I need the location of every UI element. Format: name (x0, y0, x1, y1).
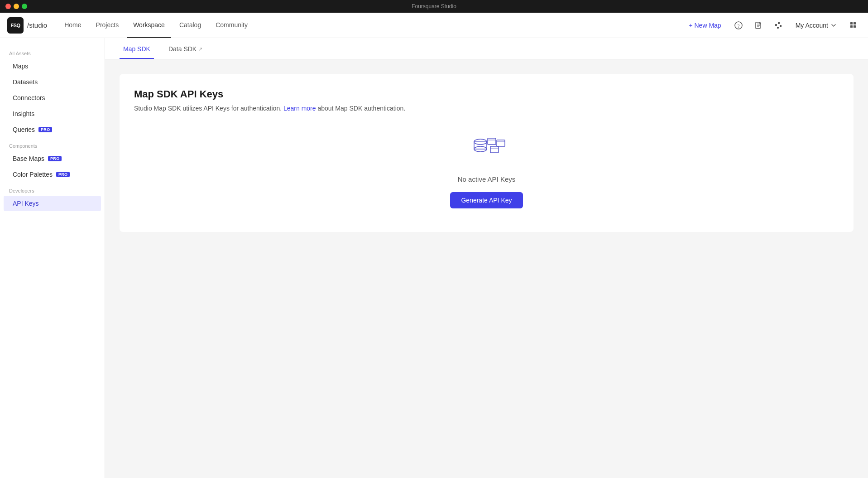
file-icon[interactable] (751, 18, 766, 33)
titlebar: Foursquare Studio (0, 0, 868, 13)
api-empty-text: No active API Keys (458, 175, 516, 183)
svg-rect-10 (777, 28, 778, 29)
nav-right: + New Map ? (684, 18, 861, 33)
minimize-button[interactable] (14, 4, 19, 9)
main-layout: All Assets Maps Datasets Connectors Insi… (0, 38, 868, 478)
traffic-lights (5, 4, 27, 9)
sidebar-item-maps[interactable]: Maps (4, 58, 101, 74)
api-empty-illustration (464, 130, 509, 166)
api-card-title: Map SDK API Keys (134, 88, 839, 100)
help-icon[interactable]: ? (731, 18, 746, 33)
svg-rect-8 (779, 22, 780, 23)
sidebar-section-all-assets: All Assets (0, 45, 105, 58)
tab-map-sdk[interactable]: Map SDK (120, 38, 154, 59)
sidebar-item-queries[interactable]: Queries PRO (4, 122, 101, 137)
sidebar-item-insights[interactable]: Insights (4, 106, 101, 121)
my-account-button[interactable]: My Account (791, 19, 841, 32)
svg-rect-13 (850, 25, 853, 28)
sidebar-item-color-palettes[interactable]: Color Palettes PRO (4, 167, 101, 182)
color-palettes-pro-badge: PRO (56, 172, 70, 177)
apps-grid-icon (849, 21, 858, 29)
topnav: FSQ /studio Home Projects Workspace Cata… (0, 13, 868, 38)
nav-home[interactable]: Home (58, 13, 87, 38)
api-card-description: Studio Map SDK utilizes API Keys for aut… (134, 105, 839, 112)
tabs-bar: Map SDK Data SDK ↗ (105, 38, 868, 59)
sidebar-item-connectors[interactable]: Connectors (4, 90, 101, 106)
api-card: Map SDK API Keys Studio Map SDK utilizes… (120, 74, 854, 232)
sidebar-item-base-maps[interactable]: Base Maps PRO (4, 151, 101, 166)
svg-rect-20 (490, 146, 499, 153)
logo-area: FSQ /studio (7, 17, 47, 34)
generate-api-key-button[interactable]: Generate API Key (450, 192, 523, 208)
nav-catalog[interactable]: Catalog (173, 13, 207, 38)
nav-links: Home Projects Workspace Catalog Communit… (58, 13, 684, 38)
maximize-button[interactable] (22, 4, 27, 9)
external-link-icon: ↗ (198, 46, 202, 52)
api-content: Map SDK API Keys Studio Map SDK utilizes… (105, 59, 868, 246)
nav-workspace[interactable]: Workspace (127, 13, 171, 38)
sidebar-section-developers: Developers (0, 183, 105, 195)
slack-icon[interactable] (771, 18, 786, 33)
svg-rect-7 (775, 25, 776, 26)
svg-rect-18 (488, 138, 496, 145)
svg-rect-22 (497, 140, 505, 146)
logo-box[interactable]: FSQ (7, 17, 24, 34)
nav-community[interactable]: Community (209, 13, 254, 38)
svg-rect-9 (781, 26, 782, 27)
sidebar-item-api-keys[interactable]: API Keys (4, 196, 101, 211)
grid-icon[interactable] (846, 18, 861, 33)
base-maps-pro-badge: PRO (48, 156, 62, 161)
sidebar-item-datasets[interactable]: Datasets (4, 74, 101, 90)
api-empty-state: No active API Keys Generate API Key (134, 112, 839, 217)
close-button[interactable] (5, 4, 11, 9)
svg-text:?: ? (737, 23, 739, 28)
learn-more-link[interactable]: Learn more (283, 105, 316, 112)
nav-projects[interactable]: Projects (90, 13, 125, 38)
svg-rect-16 (474, 142, 487, 149)
svg-rect-14 (854, 25, 856, 28)
svg-rect-11 (850, 22, 853, 24)
new-map-button[interactable]: + New Map (684, 19, 725, 32)
queries-pro-badge: PRO (38, 127, 52, 132)
chevron-down-icon (831, 23, 836, 28)
window-title: Foursquare Studio (412, 3, 456, 10)
svg-rect-12 (854, 22, 856, 24)
sidebar-section-components: Components (0, 138, 105, 150)
content-area: Map SDK Data SDK ↗ Map SDK API Keys Stud… (105, 38, 868, 478)
sidebar: All Assets Maps Datasets Connectors Insi… (0, 38, 105, 478)
tab-data-sdk[interactable]: Data SDK ↗ (165, 38, 206, 59)
logo-text: /studio (27, 21, 47, 29)
